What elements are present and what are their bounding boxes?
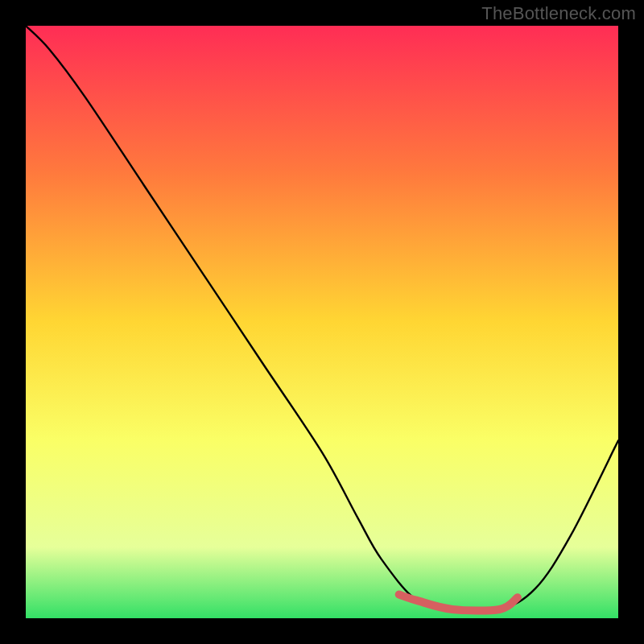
- gradient-background: [26, 26, 618, 618]
- chart-svg: [26, 26, 618, 618]
- watermark-text: TheBottleneck.com: [481, 3, 636, 24]
- chart-plot-area: [26, 26, 618, 618]
